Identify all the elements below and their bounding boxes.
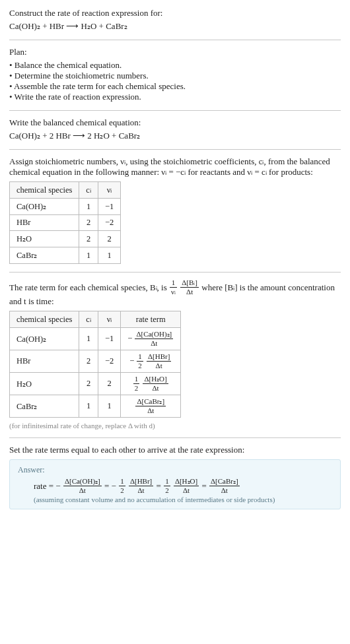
rateterm-intro-a: The rate term for each chemical species,…	[9, 282, 169, 292]
table-row: CaBr₂ 1 1 Δ[CaBr₂] Δt	[10, 395, 181, 418]
divider	[9, 110, 341, 111]
cell-nu: −2	[98, 215, 120, 231]
cell-nu: −1	[98, 328, 120, 350]
frac-main: Δ[HBr] Δt	[147, 353, 171, 370]
balanced-section: Write the balanced chemical equation: Ca…	[9, 117, 341, 141]
frac-term3: Δ[H₂O] Δt	[174, 478, 199, 494]
balanced-equation: Ca(OH)₂ + 2 HBr ⟶ 2 H₂O + CaBr₂	[9, 131, 341, 141]
plan-step: Assemble the rate term for each chemical…	[9, 81, 341, 92]
term-prefix: −	[129, 356, 136, 366]
table-row: H₂O 2 2	[10, 231, 121, 247]
frac-num: Δ[Ca(OH)₂]	[135, 331, 173, 339]
table-row: H₂O 2 2 1 2 Δ[H₂O] Δt	[10, 373, 181, 395]
table-row: Ca(OH)₂ 1 −1	[10, 199, 121, 215]
frac-den: Δt	[129, 486, 153, 494]
cell-nu: 2	[98, 373, 120, 395]
frac-den: 2	[137, 362, 143, 370]
frac-one-over-nu: 1 νᵢ	[170, 279, 177, 296]
frac-den: Δt	[174, 486, 199, 494]
frac-num: 1	[164, 478, 170, 486]
cell-rateterm: Δ[CaBr₂] Δt	[121, 395, 181, 418]
frac-num: Δ[H₂O]	[174, 478, 199, 486]
plan-step: Determine the stoichiometric numbers.	[9, 71, 341, 81]
cell-nu: 1	[98, 395, 120, 418]
cell-c: 2	[79, 231, 98, 247]
table-row: HBr 2 −2 − 1 2 Δ[HBr] Δt	[10, 350, 181, 373]
cell-species: CaBr₂	[10, 247, 79, 264]
neg-sign: −	[112, 481, 119, 491]
frac-num: Δ[HBr]	[147, 353, 171, 362]
frac-num: Δ[CaBr₂]	[209, 478, 240, 486]
frac-half: 1 2	[119, 478, 125, 494]
frac-num: 1	[137, 353, 143, 362]
construct-title: Construct the rate of reaction expressio…	[9, 8, 341, 18]
cell-nu: 2	[98, 231, 120, 247]
col-nu: νᵢ	[98, 182, 120, 199]
frac-half: 1 2	[133, 375, 140, 392]
cell-c: 2	[79, 350, 98, 373]
frac-den: Δt	[143, 384, 168, 392]
balanced-title: Write the balanced chemical equation:	[9, 117, 341, 128]
frac-num: Δ[Ca(OH)₂]	[63, 478, 102, 486]
cell-c: 1	[79, 395, 98, 418]
rateterm-intro: The rate term for each chemical species,…	[9, 279, 341, 307]
frac-num: Δ[H₂O]	[143, 375, 168, 384]
plan-title: Plan:	[9, 47, 341, 57]
answer-assumption: (assuming constant volume and no accumul…	[34, 496, 332, 503]
table-row: Ca(OH)₂ 1 −1 − Δ[Ca(OH)₂] Δt	[10, 328, 181, 350]
cell-rateterm: − 1 2 Δ[HBr] Δt	[121, 350, 181, 373]
cell-species: HBr	[10, 215, 79, 231]
plan-step: Balance the chemical equation.	[9, 60, 341, 71]
frac-num: Δ[HBr]	[129, 478, 153, 486]
cell-c: 1	[79, 199, 98, 215]
col-species: chemical species	[10, 182, 79, 199]
frac-num: Δ[CaBr₂]	[135, 398, 166, 406]
frac-dB-dt: Δ[Bᵢ] Δt	[180, 279, 199, 296]
frac-den: νᵢ	[170, 288, 177, 296]
frac-half: 1 2	[164, 478, 170, 494]
plan-section: Plan: Balance the chemical equation. Det…	[9, 47, 341, 102]
final-section: Set the rate terms equal to each other t…	[9, 445, 341, 509]
cell-c: 2	[79, 215, 98, 231]
frac-den: 2	[133, 384, 140, 392]
answer-box: Answer: rate = − Δ[Ca(OH)₂] Δt = − 1 2 Δ…	[9, 459, 341, 509]
equals: =	[104, 481, 112, 491]
construct-equation: Ca(OH)₂ + HBr ⟶ H₂O + CaBr₂	[9, 21, 341, 32]
frac-term4: Δ[CaBr₂] Δt	[209, 478, 240, 494]
divider	[9, 40, 341, 40]
cell-species: HBr	[10, 350, 79, 373]
cell-c: 2	[79, 373, 98, 395]
rateterm-table: chemical species cᵢ νᵢ rate term Ca(OH)₂…	[9, 311, 181, 418]
frac-den: Δt	[147, 362, 171, 370]
frac-term1: Δ[Ca(OH)₂] Δt	[63, 478, 102, 494]
cell-nu: −1	[98, 199, 120, 215]
table-header-row: chemical species cᵢ νᵢ rate term	[10, 311, 181, 328]
frac-den: Δt	[63, 486, 102, 494]
table-row: HBr 2 −2	[10, 215, 121, 231]
cell-species: Ca(OH)₂	[10, 199, 79, 215]
rateterm-section: The rate term for each chemical species,…	[9, 279, 341, 430]
divider	[9, 272, 341, 273]
frac-den: 2	[119, 486, 125, 494]
plan-step: Write the rate of reaction expression.	[9, 92, 341, 102]
frac-den: Δt	[209, 486, 240, 494]
divider	[9, 149, 341, 150]
cell-species: H₂O	[10, 373, 79, 395]
col-nu: νᵢ	[98, 311, 120, 328]
cell-rateterm: − Δ[Ca(OH)₂] Δt	[121, 328, 181, 350]
cell-species: Ca(OH)₂	[10, 328, 79, 350]
frac-den: Δt	[135, 339, 173, 347]
final-title: Set the rate terms equal to each other t…	[9, 445, 341, 455]
cell-species: CaBr₂	[10, 395, 79, 418]
divider	[9, 437, 341, 438]
frac-main: Δ[Ca(OH)₂] Δt	[135, 331, 173, 347]
frac-num: 1	[119, 478, 125, 486]
col-c: cᵢ	[79, 182, 98, 199]
rate-expression: rate = − Δ[Ca(OH)₂] Δt = − 1 2 Δ[HBr] Δt…	[34, 478, 332, 494]
cell-nu: 1	[98, 247, 120, 264]
cell-species: H₂O	[10, 231, 79, 247]
frac-term2: Δ[HBr] Δt	[129, 478, 153, 494]
cell-nu: −2	[98, 350, 120, 373]
table-header-row: chemical species cᵢ νᵢ	[10, 182, 121, 199]
cell-c: 1	[79, 328, 98, 350]
